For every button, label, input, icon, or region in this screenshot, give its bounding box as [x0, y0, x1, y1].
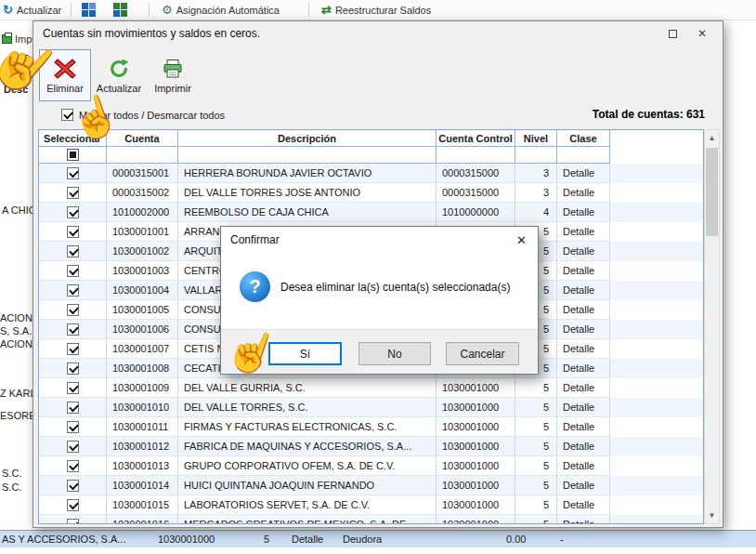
cell-cuenta: 0000315001: [107, 164, 178, 183]
row-checkbox[interactable]: [67, 519, 79, 525]
cell-clase: Detalle: [557, 476, 610, 495]
cell-clase: Detalle: [557, 339, 610, 359]
cell-descripcion: DEL VALLE GURRIA, S.C.: [178, 378, 437, 398]
table-row[interactable]: 1030001011FIRMAS Y FACTURAS ELECTRONICAS…: [39, 417, 703, 437]
row-checkbox[interactable]: [67, 167, 79, 179]
cell-seleccionar: [39, 281, 107, 300]
cell-clase: Detalle: [557, 320, 610, 339]
table-row[interactable]: 1030001016MERCADOS CREATIVOS DE MEXICO, …: [39, 515, 703, 524]
maximize-button[interactable]: [658, 21, 687, 46]
cell-cuenta-control: 1030001000: [437, 398, 515, 417]
cell-seleccionar: [39, 515, 107, 524]
cell-seleccionar: [39, 164, 107, 183]
cell-cuenta: 1030001011: [107, 417, 178, 437]
row-checkbox[interactable]: [67, 421, 79, 433]
column-header-nivel[interactable]: Nivel: [515, 130, 557, 147]
close-button[interactable]: ✕: [687, 21, 717, 46]
confirm-titlebar[interactable]: Confirmar: [221, 227, 538, 253]
vertical-scrollbar[interactable]: ▲ ▼: [704, 129, 720, 524]
row-checkbox[interactable]: [67, 343, 79, 355]
filter-clase[interactable]: [557, 147, 610, 164]
row-checkbox[interactable]: [67, 187, 79, 199]
table-row[interactable]: 1030001010DEL VALLE TORRES, S.C.10300010…: [39, 398, 703, 417]
row-checkbox[interactable]: [67, 499, 79, 511]
cell-cuenta: 1030001007: [107, 339, 178, 359]
table-row[interactable]: 1030001012FABRICA DE MAQUINAS Y ACCESORI…: [39, 437, 703, 456]
table-row[interactable]: 1030001014HUICI QUINTANA JOAQUIN FERNAND…: [39, 476, 703, 495]
background-text-fragment: S.C.: [2, 481, 21, 493]
row-checkbox[interactable]: [67, 480, 79, 492]
grid-blue-icon: [82, 3, 96, 17]
table-row[interactable]: 0000315002DEL VALLE TORRES JOSE ANTONIO0…: [39, 183, 703, 203]
row-checkbox[interactable]: [67, 460, 79, 472]
table-row[interactable]: 1030001009DEL VALLE GURRIA, S.C.10300010…: [39, 378, 703, 398]
dialog-titlebar[interactable]: Cuentas sin movimientos y saldos en cero…: [33, 21, 723, 46]
cell-clase: Detalle: [557, 222, 610, 242]
toolbar-asignacion-automatica-button[interactable]: ⚙ Asignación Automática: [162, 0, 280, 20]
row-checkbox[interactable]: [67, 304, 79, 316]
table-header-row: Seleccionar Cuenta Descripción Cuenta Co…: [39, 130, 703, 147]
row-checkbox[interactable]: [67, 226, 79, 238]
dialog-title: Cuentas sin movimientos y saldos en cero…: [43, 27, 260, 40]
scroll-down-arrow[interactable]: ▼: [705, 508, 719, 523]
toolbar-asignacion-label: Asignación Automática: [176, 5, 280, 16]
toolbar-separator: [149, 3, 150, 17]
cell-clase: Detalle: [557, 515, 610, 524]
column-header-clase[interactable]: Clase: [557, 130, 610, 147]
toolbar-reestructurar-saldos-button[interactable]: ⇄ Reestructurar Saldos: [321, 0, 431, 20]
imprimir-button[interactable]: Imprimir: [147, 49, 199, 101]
filter-nivel[interactable]: [515, 147, 557, 164]
cell-seleccionar: [39, 495, 107, 515]
cell-cuenta: 1030001006: [107, 320, 178, 339]
no-button[interactable]: No: [358, 342, 431, 365]
toolbar-actualizar-button[interactable]: ↻ Actualizar: [3, 0, 61, 20]
cell-nivel: 4: [515, 203, 557, 222]
column-header-cuenta-control[interactable]: Cuenta Control: [437, 130, 515, 147]
row-checkbox[interactable]: [67, 441, 79, 453]
confirm-close-button[interactable]: ✕: [516, 233, 527, 247]
cell-cuenta: 1030001010: [107, 398, 178, 417]
cell-clase: Detalle: [557, 398, 610, 417]
cell-seleccionar: [39, 437, 107, 456]
table-row[interactable]: 0000315001HERRERA BORUNDA JAVIER OCTAVIO…: [39, 164, 703, 183]
gear-icon: ⚙: [162, 3, 173, 17]
row-checkbox[interactable]: [67, 382, 79, 394]
indeterminate-checkbox-icon: [67, 149, 79, 161]
row-checkbox[interactable]: [67, 323, 79, 336]
cell-seleccionar: [39, 183, 107, 203]
confirm-message: Desea eliminar la(s) cuenta(s) seleccion…: [280, 281, 528, 294]
background-text-fragment: ACION: [0, 338, 33, 350]
table-filter-row: [39, 147, 703, 164]
cancel-button[interactable]: Cancelar: [446, 342, 519, 365]
cell-cuenta-control: 1030001000: [437, 378, 515, 398]
row-checkbox[interactable]: [67, 245, 79, 257]
restructure-icon: ⇄: [321, 3, 332, 17]
scroll-up-arrow[interactable]: ▲: [705, 130, 719, 146]
filter-cuenta[interactable]: [107, 147, 178, 164]
row-checkbox[interactable]: [67, 284, 79, 297]
table-row[interactable]: 1030001013GRUPO CORPORATIVO OFEM, S.A. D…: [39, 456, 703, 476]
bottom-row-naturaleza: Deudora: [343, 534, 382, 545]
bottom-row-cuenta-control: 1030001000: [158, 534, 215, 545]
cell-clase: Detalle: [557, 183, 610, 203]
row-checkbox[interactable]: [67, 363, 79, 375]
row-checkbox[interactable]: [67, 402, 79, 414]
background-selected-row[interactable]: AS Y ACCESORIOS, S.A... 1030001000 5 Det…: [0, 530, 756, 547]
row-checkbox[interactable]: [67, 265, 79, 277]
imprimir-label: Imprimir: [154, 83, 191, 94]
row-checkbox[interactable]: [67, 206, 79, 218]
cell-seleccionar: [39, 339, 107, 359]
printer-icon: [162, 58, 184, 80]
scrollbar-thumb[interactable]: [706, 148, 718, 236]
toolbar-grid-view-button[interactable]: [82, 0, 96, 20]
cell-cuenta: 1030001014: [107, 476, 178, 495]
background-text-fragment: S.C.: [2, 468, 21, 479]
toolbar-grid-view-2-button[interactable]: [113, 0, 127, 20]
grid-green-icon: [113, 3, 127, 17]
filter-descripcion[interactable]: [178, 147, 437, 164]
filter-seleccionar[interactable]: [39, 147, 107, 164]
filter-cuenta-control[interactable]: [437, 147, 515, 164]
table-row[interactable]: 1030001015LABORATORIOS SERVET, S.A. DE C…: [39, 495, 703, 515]
column-header-descripcion[interactable]: Descripción: [178, 130, 437, 147]
table-row[interactable]: 1010002000REEMBOLSO DE CAJA CHICA1010000…: [39, 203, 703, 222]
